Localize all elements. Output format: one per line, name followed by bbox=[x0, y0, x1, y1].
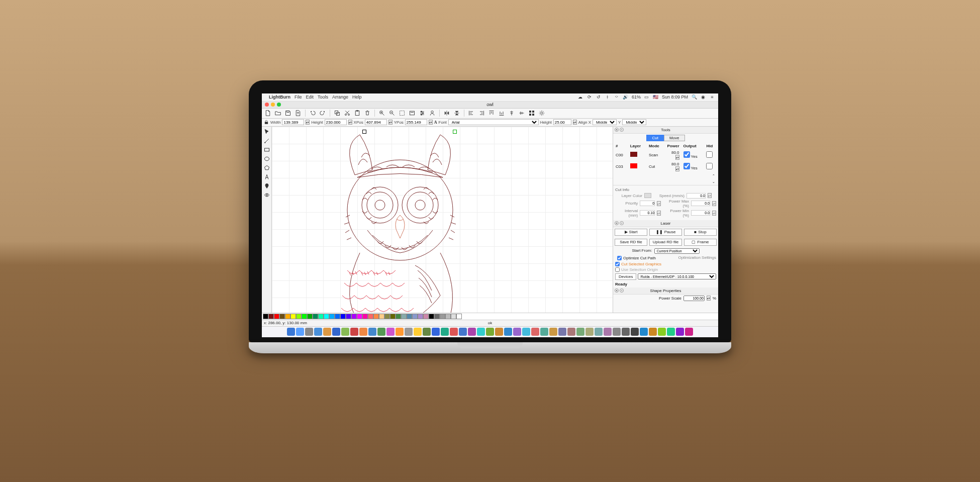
dock-app-icon[interactable] bbox=[305, 328, 313, 336]
layer-down-button[interactable]: ⌄ bbox=[712, 180, 715, 184]
lock-icon[interactable] bbox=[264, 120, 269, 125]
siri-icon[interactable]: ◉ bbox=[700, 94, 706, 100]
dock-app-icon[interactable] bbox=[649, 328, 657, 336]
rect-tool[interactable] bbox=[263, 146, 271, 154]
panel-close-icon[interactable]: × bbox=[615, 128, 619, 132]
optimize-cut-checkbox[interactable] bbox=[617, 256, 622, 260]
artwork-owl[interactable] bbox=[312, 130, 473, 313]
palette-swatch[interactable] bbox=[285, 314, 290, 319]
palette-swatch[interactable] bbox=[357, 314, 362, 319]
align-bottom-button[interactable] bbox=[498, 109, 506, 117]
paste-button[interactable] bbox=[353, 109, 361, 117]
sync-icon[interactable]: ⟳ bbox=[586, 94, 593, 100]
hide-checkbox[interactable] bbox=[706, 151, 713, 158]
start-from-select[interactable]: Current Position bbox=[654, 248, 700, 254]
preview-button[interactable] bbox=[408, 109, 416, 117]
palette-swatch[interactable] bbox=[351, 314, 357, 319]
volume-icon[interactable]: 🔊 bbox=[623, 94, 629, 100]
close-window-icon[interactable] bbox=[265, 103, 269, 107]
cut-selected-checkbox[interactable] bbox=[615, 262, 620, 266]
import-button[interactable] bbox=[294, 109, 302, 117]
ypos-input[interactable] bbox=[405, 119, 427, 125]
height-input[interactable] bbox=[325, 119, 347, 125]
powermin-input[interactable] bbox=[691, 210, 710, 216]
copy-button[interactable] bbox=[333, 109, 341, 117]
gear-icon[interactable] bbox=[538, 109, 546, 117]
align-center-v-button[interactable] bbox=[508, 109, 516, 117]
dock-app-icon[interactable] bbox=[332, 328, 340, 336]
select-tool[interactable] bbox=[263, 128, 271, 136]
tab-cut[interactable]: Cut bbox=[646, 135, 663, 141]
palette-swatch[interactable] bbox=[346, 314, 351, 319]
palette-swatch[interactable] bbox=[302, 314, 307, 319]
dock-app-icon[interactable] bbox=[486, 328, 494, 336]
palette-swatch[interactable] bbox=[401, 314, 407, 319]
device-select[interactable]: Ruida - Ethernet/UDP : 10.0.0.100 bbox=[638, 273, 716, 279]
palette-swatch[interactable] bbox=[384, 314, 390, 319]
mirror-v-button[interactable] bbox=[453, 109, 461, 117]
canvas[interactable] bbox=[272, 127, 613, 313]
wifi-icon[interactable]: ⌔ bbox=[614, 94, 620, 100]
palette-swatch[interactable] bbox=[390, 314, 396, 319]
settings-button[interactable] bbox=[418, 109, 426, 117]
save-button[interactable] bbox=[284, 109, 292, 117]
palette-swatch[interactable] bbox=[429, 314, 434, 319]
palette-swatch[interactable] bbox=[407, 314, 412, 319]
dock-app-icon[interactable] bbox=[495, 328, 503, 336]
layer-row[interactable]: C00 Scan 80.0 ▴▾ Yes bbox=[614, 150, 717, 160]
zoom-out-button[interactable] bbox=[388, 109, 396, 117]
cloud-icon[interactable]: ☁ bbox=[577, 94, 583, 100]
dock-app-icon[interactable] bbox=[549, 328, 557, 336]
palette-swatch[interactable] bbox=[324, 314, 329, 319]
palette-swatch[interactable] bbox=[362, 314, 368, 319]
dock-app-icon[interactable] bbox=[622, 328, 630, 336]
hide-checkbox[interactable] bbox=[706, 163, 713, 169]
dock-app-icon[interactable] bbox=[613, 328, 621, 336]
ellipse-tool[interactable] bbox=[263, 155, 271, 163]
spotlight-icon[interactable]: 🔍 bbox=[691, 94, 697, 100]
dock-app-icon[interactable] bbox=[450, 328, 458, 336]
mirror-h-button[interactable] bbox=[443, 109, 451, 117]
layer-color-swatch[interactable] bbox=[630, 163, 637, 168]
powermax-input[interactable] bbox=[691, 201, 710, 206]
dock-app-icon[interactable] bbox=[604, 328, 612, 336]
power-scale-input[interactable] bbox=[683, 296, 705, 301]
palette-swatch[interactable] bbox=[451, 314, 456, 319]
dock-app-icon[interactable] bbox=[640, 328, 648, 336]
palette-swatch[interactable] bbox=[379, 314, 384, 319]
palette-swatch[interactable] bbox=[440, 314, 445, 319]
battery-icon[interactable]: ▭ bbox=[644, 94, 650, 100]
dock-app-icon[interactable] bbox=[576, 328, 584, 336]
open-file-button[interactable] bbox=[274, 109, 282, 117]
speed-input[interactable] bbox=[687, 193, 706, 199]
notifications-icon[interactable]: ≡ bbox=[709, 94, 715, 100]
dock-app-icon[interactable] bbox=[567, 328, 575, 336]
timemachine-icon[interactable]: ↺ bbox=[596, 94, 602, 100]
layer-color-swatch[interactable] bbox=[630, 152, 637, 157]
palette-swatch[interactable] bbox=[318, 314, 324, 319]
dock-app-icon[interactable] bbox=[423, 328, 431, 336]
align-right-button[interactable] bbox=[477, 109, 485, 117]
app-name[interactable]: LightBurn bbox=[269, 94, 290, 100]
width-input[interactable] bbox=[282, 119, 304, 125]
output-checkbox[interactable] bbox=[683, 163, 690, 169]
dock-app-icon[interactable] bbox=[667, 328, 675, 336]
position-tool[interactable] bbox=[263, 182, 271, 190]
redo-button[interactable] bbox=[319, 109, 327, 117]
use-selection-origin-checkbox[interactable] bbox=[615, 267, 620, 272]
dock-app-icon[interactable] bbox=[359, 328, 367, 336]
panel-detach-icon[interactable]: ▫ bbox=[620, 128, 624, 132]
optimization-settings-link[interactable]: Optimization Settings bbox=[678, 255, 716, 261]
dock-app-icon[interactable] bbox=[386, 328, 395, 336]
new-file-button[interactable] bbox=[264, 109, 272, 117]
dock-app-icon[interactable] bbox=[676, 328, 684, 336]
bluetooth-icon[interactable]: ᚼ bbox=[605, 94, 611, 100]
align-top-button[interactable] bbox=[487, 109, 496, 117]
undo-button[interactable] bbox=[309, 109, 317, 117]
devices-button[interactable]: Devices bbox=[615, 273, 636, 280]
palette-swatch[interactable] bbox=[373, 314, 379, 319]
palette-swatch[interactable] bbox=[434, 314, 440, 319]
palette-swatch[interactable] bbox=[307, 314, 313, 319]
palette-swatch[interactable] bbox=[335, 314, 340, 319]
align-left-button[interactable] bbox=[467, 109, 475, 117]
